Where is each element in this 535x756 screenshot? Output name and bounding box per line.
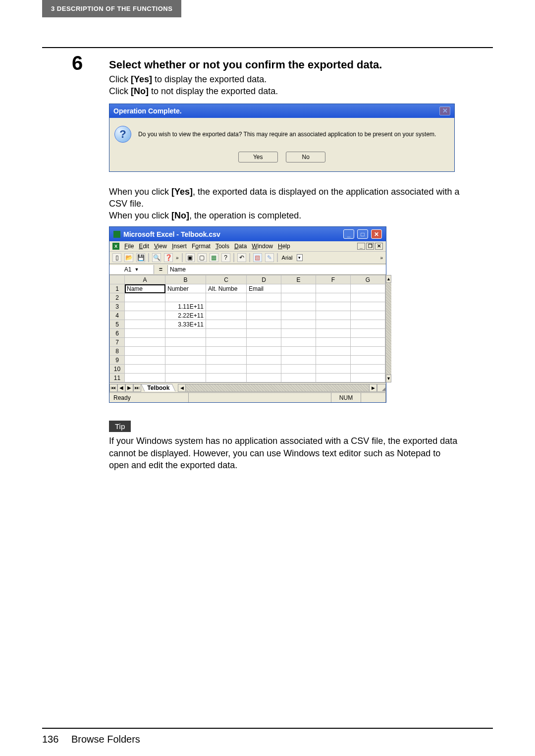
menu-window[interactable]: Window: [252, 243, 273, 250]
chevron-down-icon[interactable]: ▼: [134, 267, 139, 272]
cell[interactable]: [281, 374, 316, 382]
cell[interactable]: [206, 293, 247, 302]
col-header[interactable]: F: [316, 275, 351, 284]
col-header[interactable]: G: [351, 275, 385, 284]
cell[interactable]: [316, 293, 351, 302]
table-row[interactable]: 11: [110, 374, 385, 382]
cell[interactable]: Number: [165, 284, 206, 293]
cell[interactable]: [125, 338, 165, 347]
cell[interactable]: [165, 356, 206, 365]
cell[interactable]: [247, 338, 281, 347]
workbook-minimize-icon[interactable]: _: [357, 243, 365, 250]
cell[interactable]: [316, 365, 351, 374]
icon[interactable]: ▦: [210, 253, 218, 262]
cell[interactable]: [125, 374, 165, 382]
cell[interactable]: [351, 365, 385, 374]
scroll-right-icon[interactable]: ▶: [369, 384, 377, 392]
select-all-cell[interactable]: [110, 275, 125, 284]
cell[interactable]: [351, 302, 385, 311]
cell[interactable]: [206, 365, 247, 374]
cell[interactable]: [281, 284, 316, 293]
table-row[interactable]: 53.33E+11: [110, 320, 385, 329]
cell[interactable]: [247, 365, 281, 374]
formula-input[interactable]: Name: [167, 265, 386, 274]
row-header[interactable]: 5: [110, 320, 125, 329]
cell[interactable]: [165, 338, 206, 347]
cell[interactable]: [206, 320, 247, 329]
scroll-down-icon[interactable]: ▼: [386, 375, 391, 382]
cell[interactable]: [316, 374, 351, 382]
print-preview-icon[interactable]: 🔍: [152, 253, 161, 262]
cell[interactable]: Alt. Numbe: [206, 284, 247, 293]
cell[interactable]: Email: [247, 284, 281, 293]
draw-icon[interactable]: ✎: [265, 253, 274, 262]
open-icon[interactable]: 📂: [124, 253, 133, 262]
row-header[interactable]: 10: [110, 365, 125, 374]
next-sheet-icon[interactable]: ▶: [125, 384, 133, 392]
resize-handle-icon[interactable]: ◢: [377, 384, 386, 392]
cell[interactable]: [351, 338, 385, 347]
table-row[interactable]: 42.22E+11: [110, 311, 385, 320]
table-row[interactable]: 9: [110, 356, 385, 365]
cell[interactable]: [316, 329, 351, 338]
horizontal-scrollbar[interactable]: ◀ ▶: [178, 384, 377, 392]
cell[interactable]: [281, 356, 316, 365]
cell[interactable]: [351, 293, 385, 302]
cell[interactable]: [125, 347, 165, 356]
toolbar-overflow-icon[interactable]: »: [380, 255, 383, 261]
cell[interactable]: [165, 347, 206, 356]
col-header[interactable]: A: [125, 275, 165, 284]
column-header-row[interactable]: A B C D E F G: [110, 275, 385, 284]
scroll-track[interactable]: [186, 384, 369, 392]
table-row[interactable]: 7: [110, 338, 385, 347]
cell[interactable]: [316, 320, 351, 329]
maximize-icon[interactable]: □: [357, 229, 368, 239]
undo-icon[interactable]: ↶: [237, 253, 246, 262]
cell[interactable]: [165, 293, 206, 302]
cell[interactable]: [206, 338, 247, 347]
new-icon[interactable]: ▯: [112, 253, 121, 262]
first-sheet-icon[interactable]: ⏮: [109, 384, 117, 392]
scroll-left-icon[interactable]: ◀: [178, 384, 186, 392]
cell[interactable]: [281, 365, 316, 374]
cell[interactable]: [316, 302, 351, 311]
cell[interactable]: [125, 320, 165, 329]
cell[interactable]: [316, 338, 351, 347]
cell[interactable]: [281, 293, 316, 302]
workbook-restore-icon[interactable]: ❐: [366, 243, 374, 250]
cell[interactable]: 3.33E+11: [165, 320, 206, 329]
row-header[interactable]: 4: [110, 311, 125, 320]
no-button[interactable]: No: [286, 152, 325, 162]
cell[interactable]: Name: [125, 284, 165, 293]
cell[interactable]: [281, 329, 316, 338]
col-header[interactable]: D: [247, 275, 281, 284]
prev-sheet-icon[interactable]: ◀: [117, 384, 125, 392]
cell[interactable]: [125, 329, 165, 338]
cell[interactable]: [247, 374, 281, 382]
font-selector[interactable]: Arial: [281, 255, 294, 261]
paste-icon[interactable]: ▢: [198, 253, 207, 262]
row-header[interactable]: 6: [110, 329, 125, 338]
tab-nav[interactable]: ⏮ ◀ ▶ ⏭: [109, 384, 141, 392]
cell[interactable]: [351, 374, 385, 382]
menu-edit[interactable]: Edit: [139, 243, 149, 250]
menu-view[interactable]: View: [154, 243, 167, 250]
menu-bar[interactable]: X File Edit View Insert Format Tools Dat…: [109, 241, 386, 252]
cell[interactable]: [351, 284, 385, 293]
table-row[interactable]: 8: [110, 347, 385, 356]
cell[interactable]: [247, 293, 281, 302]
cell[interactable]: [316, 284, 351, 293]
scroll-track[interactable]: [386, 283, 391, 375]
cell[interactable]: [206, 374, 247, 382]
table-row[interactable]: 31.11E+11: [110, 302, 385, 311]
help-arrow-icon[interactable]: ❓: [164, 253, 173, 262]
cell[interactable]: 1.11E+11: [165, 302, 206, 311]
help-icon[interactable]: ?: [221, 253, 230, 262]
cell[interactable]: [316, 347, 351, 356]
menu-file[interactable]: File: [124, 243, 134, 250]
cell[interactable]: [281, 347, 316, 356]
row-header[interactable]: 8: [110, 347, 125, 356]
cell[interactable]: [206, 329, 247, 338]
cell[interactable]: [281, 302, 316, 311]
cell[interactable]: [247, 320, 281, 329]
